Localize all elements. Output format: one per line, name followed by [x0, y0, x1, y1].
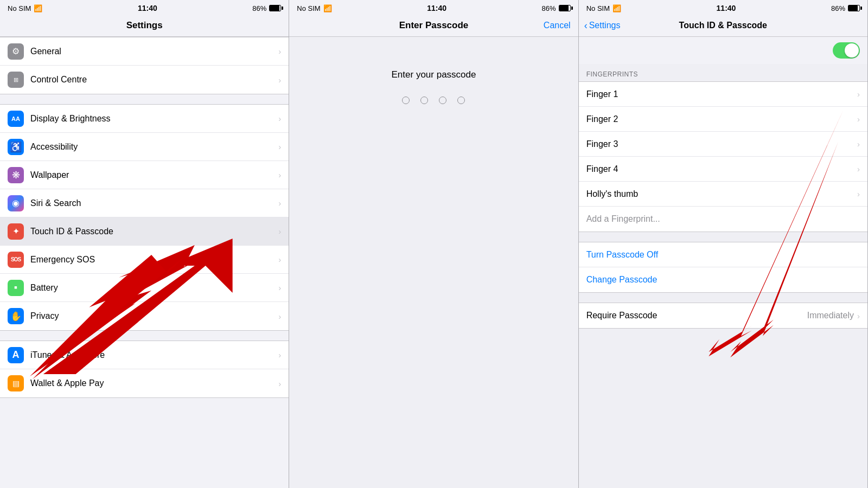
- settings-item-general[interactable]: ⚙ General ›: [0, 37, 289, 66]
- finger4-chevron: ›: [857, 164, 860, 174]
- wallpaper-label: Wallpaper: [30, 170, 278, 180]
- settings-group-2: AA Display & Brightness › ♿ Accessibilit…: [0, 104, 289, 331]
- passcode-nav-title: Enter Passcode: [399, 20, 469, 31]
- settings-item-siri[interactable]: ◉ Siri & Search ›: [0, 189, 289, 217]
- finger3-chevron: ›: [857, 139, 860, 149]
- touchid-nav-title: Touch ID & Passcode: [679, 21, 767, 30]
- hollys-label: Holly's thumb: [586, 189, 857, 199]
- touchid-label: Touch ID & Passcode: [30, 227, 278, 236]
- passcode-prompt: Enter your passcode: [392, 69, 476, 80]
- finger1-chevron: ›: [857, 89, 860, 99]
- time-2: 11:40: [427, 4, 446, 12]
- display-label: Display & Brightness: [30, 114, 278, 124]
- battery-percent-3: 86%: [831, 4, 845, 12]
- emergency-chevron: ›: [278, 255, 281, 264]
- battery-settings-icon: ▪: [8, 280, 24, 296]
- change-label: Change Passcode: [586, 275, 860, 285]
- finger3-label: Finger 3: [586, 139, 857, 149]
- top-toggle-area: [579, 37, 867, 64]
- touch-id-toggle[interactable]: [833, 42, 860, 59]
- battery-icon-2: [559, 5, 571, 11]
- settings-item-display[interactable]: AA Display & Brightness ›: [0, 105, 289, 133]
- status-bar-3: No SIM 📶 11:40 86%: [579, 0, 867, 15]
- list-item-finger1[interactable]: Finger 1 ›: [579, 82, 867, 107]
- panel-passcode: No SIM 📶 11:40 86% Enter Passcode Cancel…: [289, 0, 578, 488]
- battery-label: Battery: [30, 283, 278, 293]
- settings-item-privacy[interactable]: ✋ Privacy ›: [0, 302, 289, 330]
- wallet-icon: ▤: [8, 375, 24, 391]
- wallpaper-icon: ❋: [8, 167, 24, 183]
- status-right-2: 86%: [542, 4, 571, 12]
- finger2-label: Finger 2: [586, 114, 857, 124]
- no-sim-label-1: No SIM: [8, 4, 31, 12]
- accessibility-chevron: ›: [278, 142, 281, 151]
- fingerprints-header: FINGERPRINTS: [579, 64, 867, 81]
- cancel-button[interactable]: Cancel: [544, 21, 571, 30]
- finger4-label: Finger 4: [586, 164, 857, 174]
- list-item-require[interactable]: Require Passcode Immediately ›: [579, 303, 867, 328]
- list-item-change[interactable]: Change Passcode: [579, 267, 867, 292]
- nav-bar-2: Enter Passcode Cancel: [289, 15, 578, 37]
- require-chevron: ›: [857, 311, 860, 320]
- general-label: General: [30, 47, 278, 56]
- list-item-finger3[interactable]: Finger 3 ›: [579, 132, 867, 157]
- privacy-label: Privacy: [30, 311, 278, 321]
- passcode-actions-group: Turn Passcode Off Change Passcode: [579, 242, 867, 293]
- settings-group-1: ⚙ General › ⊞ Control Centre ›: [0, 37, 289, 94]
- appstore-label: iTunes & App Store: [30, 350, 278, 360]
- status-right-1: 86%: [252, 4, 281, 12]
- no-sim-label-2: No SIM: [297, 4, 320, 12]
- back-chevron-icon: ‹: [584, 21, 588, 30]
- status-left-2: No SIM 📶: [297, 4, 331, 12]
- siri-icon: ◉: [8, 195, 24, 211]
- status-right-3: 86%: [831, 4, 860, 12]
- time-3: 11:40: [717, 4, 736, 12]
- settings-item-battery[interactable]: ▪ Battery ›: [0, 274, 289, 302]
- list-item-turnoff[interactable]: Turn Passcode Off: [579, 242, 867, 267]
- passcode-dot-1: [402, 97, 410, 104]
- settings-item-emergency[interactable]: SOS Emergency SOS ›: [0, 246, 289, 274]
- passcode-dot-3: [439, 97, 446, 104]
- list-item-finger4[interactable]: Finger 4 ›: [579, 157, 867, 182]
- wifi-icon-2: 📶: [323, 4, 332, 12]
- addfingerprint-label: Add a Fingerprint...: [586, 214, 860, 224]
- list-item-finger2[interactable]: Finger 2 ›: [579, 107, 867, 132]
- fingerprints-group: Finger 1 › Finger 2 › Finger 3 › Finger …: [579, 81, 867, 232]
- appstore-icon: A: [8, 347, 24, 363]
- emergency-label: Emergency SOS: [30, 255, 278, 265]
- settings-item-appstore[interactable]: A iTunes & App Store ›: [0, 341, 289, 369]
- privacy-icon: ✋: [8, 308, 24, 324]
- appstore-chevron: ›: [278, 350, 281, 359]
- wifi-icon-3: 📶: [612, 4, 621, 12]
- settings-item-wallet[interactable]: ▤ Wallet & Apple Pay ›: [0, 369, 289, 397]
- control-chevron: ›: [278, 75, 281, 85]
- passcode-dots: [402, 97, 465, 104]
- list-item-hollys[interactable]: Holly's thumb ›: [579, 182, 867, 207]
- privacy-chevron: ›: [278, 312, 281, 321]
- emergency-icon: SOS: [8, 252, 24, 268]
- back-button[interactable]: ‹ Settings: [584, 21, 621, 30]
- back-label: Settings: [589, 21, 621, 30]
- settings-item-touchid[interactable]: ✦ Touch ID & Passcode ›: [0, 217, 289, 246]
- require-label: Require Passcode: [586, 311, 807, 320]
- wallet-label: Wallet & Apple Pay: [30, 378, 278, 388]
- wallet-chevron: ›: [278, 379, 281, 388]
- wallpaper-chevron: ›: [278, 170, 281, 179]
- general-icon: ⚙: [8, 43, 24, 60]
- finger2-chevron: ›: [857, 114, 860, 124]
- status-bar-1: No SIM 📶 11:40 86%: [0, 0, 289, 15]
- hollys-chevron: ›: [857, 189, 860, 198]
- settings-group-3: A iTunes & App Store › ▤ Wallet & Apple …: [0, 341, 289, 398]
- status-bar-2: No SIM 📶 11:40 86%: [289, 0, 578, 15]
- battery-percent-1: 86%: [252, 4, 266, 12]
- list-item-addfingerprint[interactable]: Add a Fingerprint...: [579, 207, 867, 232]
- battery-icon-1: [269, 5, 281, 11]
- status-left-1: No SIM 📶: [8, 4, 42, 12]
- passcode-content: Enter your passcode: [289, 37, 578, 488]
- panel-touchid: No SIM 📶 11:40 86% ‹ Settings Touch ID &…: [579, 0, 868, 488]
- settings-item-control[interactable]: ⊞ Control Centre ›: [0, 66, 289, 94]
- touchid-chevron: ›: [278, 227, 281, 236]
- time-1: 11:40: [138, 4, 157, 12]
- settings-item-wallpaper[interactable]: ❋ Wallpaper ›: [0, 161, 289, 189]
- settings-item-accessibility[interactable]: ♿ Accessibility ›: [0, 133, 289, 161]
